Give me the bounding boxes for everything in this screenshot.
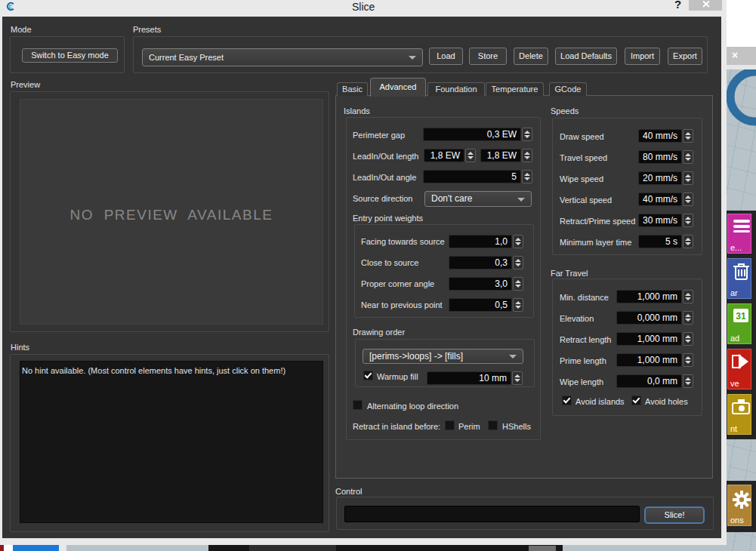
svg-text:31: 31 [736,311,746,322]
